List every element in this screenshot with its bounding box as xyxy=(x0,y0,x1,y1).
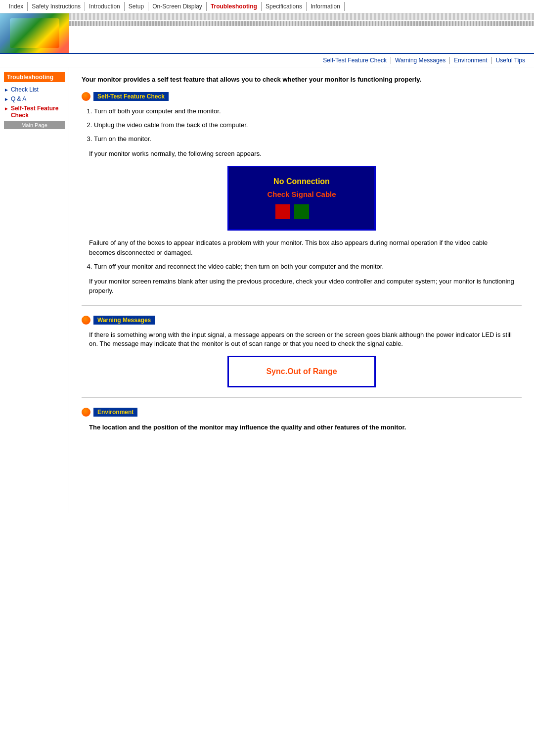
environment-text: The location and the position of the mon… xyxy=(89,423,514,432)
header-logo xyxy=(0,13,69,53)
environment-section-title: Environment xyxy=(93,408,137,417)
steps-list: Turn off both your computer and the moni… xyxy=(82,107,522,144)
blank-text: If your monitor screen remains blank aft… xyxy=(89,277,522,295)
section-circle-warning xyxy=(82,316,90,325)
header-stripe-1 xyxy=(69,13,534,20)
secondnav-warning[interactable]: Warning Messages xyxy=(391,57,450,64)
nav-setup[interactable]: Setup xyxy=(125,2,148,11)
no-connection-subtitle: Check Signal Cable xyxy=(239,190,364,198)
header-stripe-2 xyxy=(69,21,534,26)
sidebar: Troubleshooting ► Check List ► Q & A ► S… xyxy=(0,67,69,513)
second-navigation: Self-Test Feature Check Warning Messages… xyxy=(0,54,534,67)
main-content: Your monitor provides a self test featur… xyxy=(69,67,534,513)
sidebar-link-selftest[interactable]: Self-Test Feature Check xyxy=(11,105,65,119)
sidebar-link-qa[interactable]: Q & A xyxy=(11,95,26,102)
color-squares xyxy=(239,204,364,219)
divider-1 xyxy=(82,305,522,306)
no-connection-box: No Connection Check Signal Cable xyxy=(227,166,376,231)
arrow-icon-qa: ► xyxy=(4,96,9,102)
nav-troubleshooting[interactable]: Troubleshooting xyxy=(207,2,262,11)
if-normal-text: If your monitor works normally, the foll… xyxy=(89,149,522,158)
arrow-icon: ► xyxy=(4,87,9,93)
environment-section-header: Environment xyxy=(82,408,522,417)
nav-osd[interactable]: On-Screen Display xyxy=(148,2,207,11)
sidebar-title: Troubleshooting xyxy=(4,72,65,82)
sidebar-item-qa[interactable]: ► Q & A xyxy=(4,95,65,102)
red-square xyxy=(275,204,290,219)
selftest-section-header: Self-Test Feature Check xyxy=(82,92,522,101)
arrow-icon-selftest: ► xyxy=(4,106,9,111)
selftest-section-title: Self-Test Feature Check xyxy=(93,92,169,101)
sync-text: Sync.Out of Range xyxy=(244,367,359,376)
sidebar-mainpage-button[interactable]: Main Page xyxy=(4,121,65,129)
section-circle-environment xyxy=(82,408,90,417)
top-navigation: Index Safety Instructions Introduction S… xyxy=(0,0,534,13)
sync-out-of-range-box: Sync.Out of Range xyxy=(227,356,376,387)
intro-text: Your monitor provides a self test featur… xyxy=(82,75,522,85)
sidebar-link-checklist[interactable]: Check List xyxy=(11,86,39,93)
section-circle-selftest xyxy=(82,92,90,101)
warning-section-header: Warning Messages xyxy=(82,316,522,325)
secondnav-tips[interactable]: Useful Tips xyxy=(492,57,529,64)
nav-introduction[interactable]: Introduction xyxy=(85,2,125,11)
step-4: Turn off your monitor and reconnect the … xyxy=(94,262,522,271)
no-connection-title: No Connection xyxy=(239,177,364,186)
step-2: Unplug the video cable from the back of … xyxy=(94,121,522,130)
warning-description: If there is something wrong with the inp… xyxy=(89,331,522,348)
failure-text: Failure of any of the boxes to appear in… xyxy=(89,238,514,257)
secondnav-environment[interactable]: Environment xyxy=(450,57,491,64)
nav-safety[interactable]: Safety Instructions xyxy=(28,2,85,11)
header-banner xyxy=(0,13,534,54)
warning-section-title: Warning Messages xyxy=(93,316,155,325)
step-1: Turn off both your computer and the moni… xyxy=(94,107,522,116)
header-stripes xyxy=(69,13,534,53)
nav-index[interactable]: Index xyxy=(5,2,28,11)
secondnav-selftest[interactable]: Self-Test Feature Check xyxy=(319,57,391,64)
main-layout: Troubleshooting ► Check List ► Q & A ► S… xyxy=(0,67,534,513)
sidebar-item-checklist[interactable]: ► Check List xyxy=(4,86,65,93)
blue-square xyxy=(313,204,328,219)
divider-2 xyxy=(82,397,522,398)
logo-image xyxy=(10,18,59,48)
nav-specifications[interactable]: Specifications xyxy=(262,2,307,11)
green-square xyxy=(294,204,309,219)
nav-information[interactable]: Information xyxy=(307,2,345,11)
step-3: Turn on the monitor. xyxy=(94,135,522,143)
sidebar-item-selftest[interactable]: ► Self-Test Feature Check xyxy=(4,105,65,119)
step4-list: Turn off your monitor and reconnect the … xyxy=(82,262,522,271)
